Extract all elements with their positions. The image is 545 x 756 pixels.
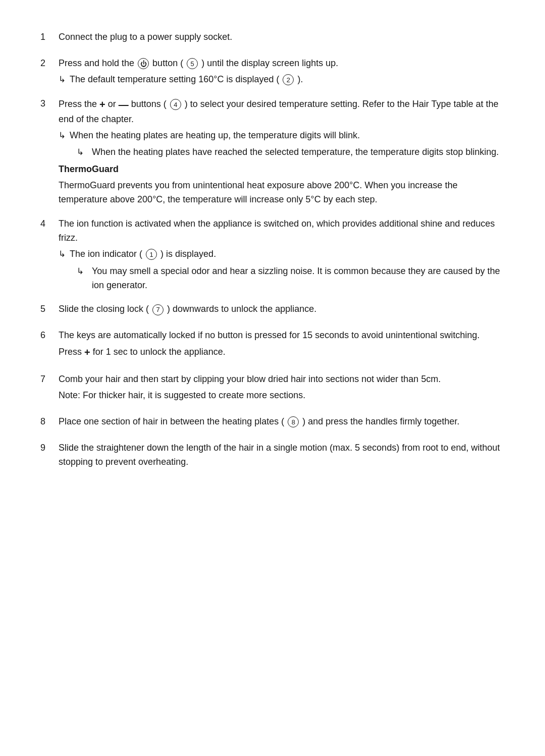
step-2: 2 Press and hold the ⏻ button ( 5 ) unti… bbox=[40, 57, 505, 87]
arrow-icon-4b: ↳ bbox=[77, 265, 84, 278]
circled-4: 4 bbox=[170, 99, 181, 110]
instructions-list: 1 Connect the plug to a power supply soc… bbox=[40, 30, 505, 471]
step-number-6: 6 bbox=[40, 329, 59, 343]
plus-symbol-6: + bbox=[84, 347, 90, 358]
thermoguard-body: ThermoGuard prevents you from unintentio… bbox=[59, 179, 505, 207]
step-3-content: Press the + or — buttons ( 4 ) to select… bbox=[59, 97, 505, 160]
step-number-2: 2 bbox=[40, 57, 59, 71]
arrow-icon-4: ↳ bbox=[59, 248, 66, 261]
step-8-content: Place one section of hair in between the… bbox=[59, 415, 505, 431]
step-1-text: Connect the plug to a power supply socke… bbox=[59, 30, 505, 44]
power-icon: ⏻ bbox=[138, 58, 149, 69]
step-7: 7 Comb your hair and then start by clipp… bbox=[40, 372, 505, 405]
step-4-text: The ion function is activated when the a… bbox=[59, 217, 505, 245]
circled-7: 7 bbox=[152, 304, 164, 315]
step-9: 9 Slide the straightener down the length… bbox=[40, 441, 505, 471]
step-7-note: Note: For thicker hair, it is suggested … bbox=[59, 389, 505, 403]
step-4-sub-text: The ion indicator ( 1 ) is displayed. bbox=[70, 247, 216, 261]
circled-2: 2 bbox=[283, 74, 294, 85]
step-4-sub: ↳ The ion indicator ( 1 ) is displayed. bbox=[59, 247, 505, 261]
step-6-content: The keys are automatically locked if no … bbox=[59, 329, 505, 362]
step-number-7: 7 bbox=[40, 372, 59, 387]
step-3-sub: ↳ When the heating plates are heating up… bbox=[59, 129, 505, 143]
step-number-9: 9 bbox=[40, 441, 59, 455]
step-3-subsub: ↳ When the heating plates have reached t… bbox=[77, 145, 505, 159]
step-6: 6 The keys are automatically locked if n… bbox=[40, 329, 505, 362]
arrow-icon-3b: ↳ bbox=[77, 146, 84, 159]
step-4-subsub: ↳ You may smell a special odor and hear … bbox=[77, 264, 505, 293]
step-3: 3 Press the + or — buttons ( 4 ) to sele… bbox=[40, 97, 505, 160]
circled-1: 1 bbox=[146, 249, 157, 260]
step-2-text: Press and hold the ⏻ button ( 5 ) until … bbox=[59, 57, 505, 71]
step-5-content: Slide the closing lock ( 7 ) downwards t… bbox=[59, 302, 505, 318]
step-6-press-line: Press + for 1 sec to unlock the applianc… bbox=[59, 345, 505, 360]
circled-5: 5 bbox=[187, 58, 198, 69]
step-number-5: 5 bbox=[40, 302, 59, 316]
step-1-content: Connect the plug to a power supply socke… bbox=[59, 30, 505, 46]
step-number-8: 8 bbox=[40, 415, 59, 429]
step-4-content: The ion function is activated when the a… bbox=[59, 217, 505, 292]
step-8-text: Place one section of hair in between the… bbox=[59, 415, 505, 429]
step-9-content: Slide the straightener down the length o… bbox=[59, 441, 505, 471]
step-number-1: 1 bbox=[40, 30, 59, 44]
step-5-text: Slide the closing lock ( 7 ) downwards t… bbox=[59, 302, 505, 316]
minus-symbol: — bbox=[119, 99, 129, 110]
step-8: 8 Place one section of hair in between t… bbox=[40, 415, 505, 431]
step-3-text: Press the + or — buttons ( 4 ) to select… bbox=[59, 97, 505, 127]
step-3-sub-text: When the heating plates are heating up, … bbox=[70, 129, 360, 143]
step-7-content: Comb your hair and then start by clippin… bbox=[59, 372, 505, 405]
step-5: 5 Slide the closing lock ( 7 ) downwards… bbox=[40, 302, 505, 318]
arrow-icon-2: ↳ bbox=[59, 73, 66, 86]
arrow-icon-3: ↳ bbox=[59, 129, 66, 142]
step-2-content: Press and hold the ⏻ button ( 5 ) until … bbox=[59, 57, 505, 87]
step-3-subsub-text: When the heating plates have reached the… bbox=[92, 145, 499, 159]
step-2-sub-text: The default temperature setting 160°C is… bbox=[70, 73, 303, 87]
step-4-subsub-text: You may smell a special odor and hear a … bbox=[92, 264, 505, 293]
step-7-text: Comb your hair and then start by clippin… bbox=[59, 372, 505, 387]
step-2-sub: ↳ The default temperature setting 160°C … bbox=[59, 73, 505, 87]
circled-8: 8 bbox=[288, 416, 299, 427]
step-number-4: 4 bbox=[40, 217, 59, 231]
step-4: 4 The ion function is activated when the… bbox=[40, 217, 505, 292]
plus-symbol: + bbox=[99, 99, 105, 110]
step-9-text: Slide the straightener down the length o… bbox=[59, 441, 505, 469]
step-1: 1 Connect the plug to a power supply soc… bbox=[40, 30, 505, 46]
thermoguard-title: ThermoGuard bbox=[59, 163, 505, 177]
thermoguard-section: ThermoGuard ThermoGuard prevents you fro… bbox=[40, 163, 505, 207]
step-number-3: 3 bbox=[40, 97, 59, 111]
step-6-text: The keys are automatically locked if no … bbox=[59, 329, 505, 343]
